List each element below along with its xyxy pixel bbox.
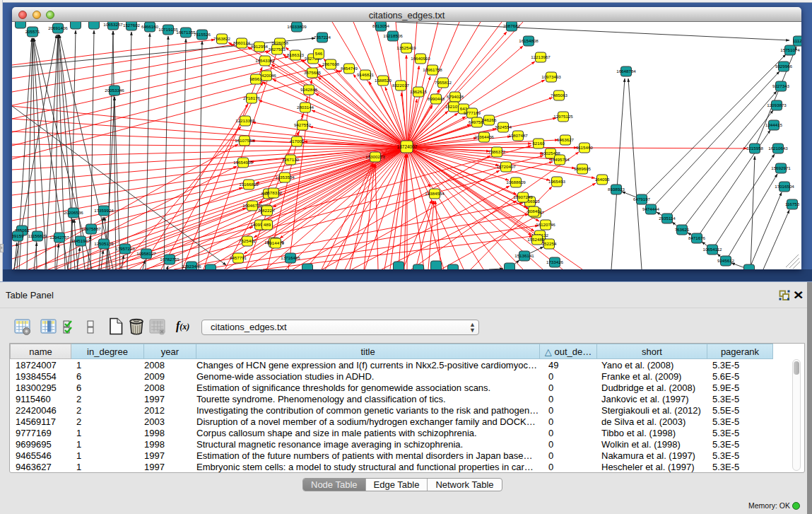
- svg-text:116753: 116753: [785, 201, 800, 206]
- svg-text:252254: 252254: [542, 241, 557, 246]
- svg-text:1588520: 1588520: [375, 78, 392, 83]
- svg-text:18300273: 18300273: [365, 154, 385, 159]
- svg-text:10719155: 10719155: [158, 27, 178, 32]
- svg-text:8322037: 8322037: [392, 83, 410, 88]
- svg-text:7386372: 7386372: [488, 149, 506, 154]
- svg-text:3678332: 3678332: [265, 190, 283, 195]
- svg-text:9827503: 9827503: [269, 47, 286, 52]
- svg-text:11156829: 11156829: [28, 233, 47, 238]
- svg-text:17957223: 17957223: [115, 246, 135, 251]
- svg-text:17016504: 17016504: [775, 184, 794, 189]
- svg-text:10688609: 10688609: [506, 180, 526, 185]
- svg-text:19654935: 19654935: [233, 160, 253, 165]
- svg-text:1965493: 1965493: [548, 179, 566, 184]
- svg-text:8990448: 8990448: [428, 96, 445, 101]
- svg-text:1362615: 1362615: [410, 89, 428, 94]
- svg-text:12923446: 12923446: [182, 264, 201, 269]
- svg-text:7357224: 7357224: [314, 35, 331, 40]
- svg-text:7663822: 7663822: [213, 36, 231, 41]
- svg-text:19166825: 19166825: [239, 182, 259, 187]
- svg-text:10654112: 10654112: [702, 247, 722, 252]
- svg-text:19218506: 19218506: [383, 33, 403, 38]
- svg-text:20053346: 20053346: [105, 88, 124, 93]
- svg-text:9115460: 9115460: [576, 145, 593, 150]
- svg-text:10975887: 10975887: [81, 226, 101, 231]
- svg-text:3624554: 3624554: [495, 124, 512, 129]
- svg-text:16120746: 16120746: [536, 222, 555, 227]
- svg-text:2935114: 2935114: [659, 216, 676, 221]
- svg-text:13525419: 13525419: [396, 45, 416, 50]
- svg-text:3675685: 3675685: [304, 70, 322, 75]
- svg-text:489: 489: [264, 222, 271, 227]
- svg-text:18724007: 18724007: [397, 144, 418, 149]
- svg-text:20691406: 20691406: [48, 25, 68, 30]
- svg-text:16782759: 16782759: [160, 257, 180, 262]
- svg-text:16154808: 16154808: [519, 38, 539, 43]
- svg-text:8186323: 8186323: [287, 52, 305, 57]
- svg-text:10961758: 10961758: [423, 67, 442, 72]
- svg-text:13353594: 13353594: [275, 175, 295, 180]
- svg-text:12093873: 12093873: [767, 103, 787, 107]
- svg-text:9242848: 9242848: [300, 87, 318, 92]
- svg-text:9427552: 9427552: [294, 122, 312, 127]
- svg-text:15692971: 15692971: [771, 165, 791, 170]
- svg-text:9474444: 9474444: [642, 206, 660, 211]
- svg-text:10958127: 10958127: [136, 251, 156, 256]
- svg-text:763621: 763621: [675, 227, 690, 232]
- svg-text:30840: 30840: [527, 209, 540, 214]
- svg-text:746266: 746266: [482, 117, 497, 122]
- svg-text:3267130: 3267130: [282, 157, 300, 162]
- svg-text:19384554: 19384554: [425, 191, 445, 196]
- svg-text:62160: 62160: [532, 141, 545, 146]
- svg-text:18907249: 18907249: [513, 194, 533, 199]
- svg-text:16107553: 16107553: [235, 138, 254, 143]
- svg-text:6914479: 6914479: [267, 240, 285, 245]
- svg-text:20206536: 20206536: [64, 210, 83, 215]
- svg-text:2867608: 2867608: [322, 62, 340, 66]
- svg-text:16210643: 16210643: [768, 146, 788, 151]
- svg-text:9463627: 9463627: [557, 137, 575, 142]
- svg-text:9457791: 9457791: [230, 255, 247, 260]
- svg-text:1244415: 1244415: [765, 122, 783, 127]
- svg-text:6479197: 6479197: [633, 197, 651, 201]
- svg-text:16543362: 16543362: [255, 58, 275, 63]
- svg-text:8471676: 8471676: [688, 235, 706, 240]
- svg-text:6794028: 6794028: [447, 94, 464, 99]
- svg-text:7625402: 7625402: [239, 238, 257, 243]
- svg-text:10807487: 10807487: [508, 133, 528, 138]
- svg-text:8938923: 8938923: [608, 187, 625, 192]
- svg-text:20364436: 20364436: [474, 134, 494, 139]
- svg-text:546: 546: [315, 51, 323, 56]
- svg-text:16640910: 16640910: [411, 56, 430, 61]
- svg-text:2803144: 2803144: [297, 105, 314, 110]
- svg-text:9777169: 9777169: [464, 110, 481, 115]
- svg-text:7955812: 7955812: [435, 80, 452, 85]
- svg-text:9227343: 9227343: [772, 83, 790, 88]
- svg-text:13716485: 13716485: [281, 255, 300, 260]
- svg-text:18495764: 18495764: [550, 157, 570, 162]
- svg-text:8222: 8222: [262, 208, 272, 213]
- svg-text:17359924: 17359924: [94, 208, 114, 213]
- svg-text:11451947: 11451947: [71, 238, 90, 243]
- svg-text:7485063: 7485063: [551, 93, 568, 98]
- svg-text:16033809: 16033809: [287, 24, 307, 29]
- svg-text:9245612: 9245612: [717, 258, 735, 263]
- svg-text:11121: 11121: [793, 38, 801, 43]
- svg-text:10653257: 10653257: [103, 22, 123, 27]
- svg-text:3215958: 3215958: [746, 146, 764, 151]
- svg-text:12942757: 12942757: [49, 235, 69, 240]
- svg-text:2087682: 2087682: [503, 23, 521, 28]
- svg-text:12213369: 12213369: [235, 118, 255, 123]
- svg-text:15720407: 15720407: [496, 164, 516, 169]
- svg-text:98961: 98961: [249, 76, 262, 81]
- svg-text:10973493: 10973493: [541, 74, 561, 79]
- svg-text:205571: 205571: [25, 29, 40, 34]
- svg-text:1527602: 1527602: [123, 23, 141, 28]
- svg-text:12505135: 12505135: [94, 241, 114, 246]
- svg-text:9329966: 9329966: [775, 64, 793, 69]
- svg-text:16648784: 16648784: [616, 69, 636, 74]
- svg-text:417001: 417001: [290, 139, 305, 144]
- svg-text:15136141: 15136141: [514, 253, 534, 258]
- svg-text:9889605: 9889605: [574, 166, 592, 171]
- svg-text:6466160: 6466160: [141, 24, 159, 29]
